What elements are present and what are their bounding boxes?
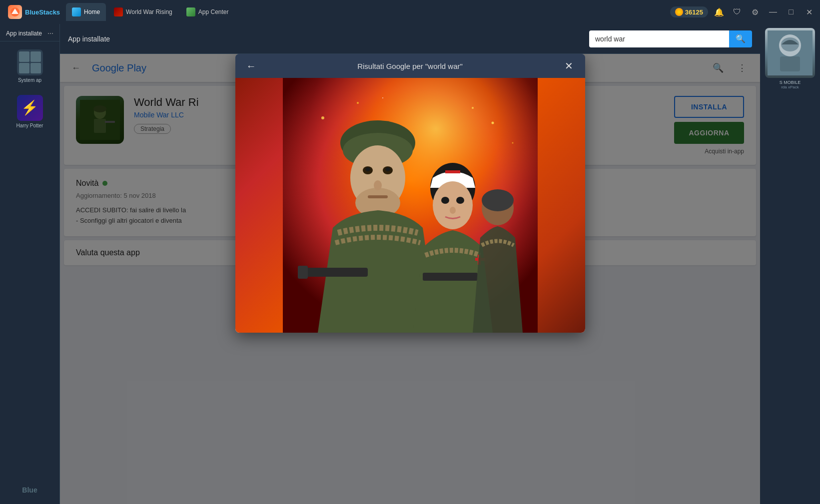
coins-display: 36125 bbox=[670, 6, 708, 17]
tab-home[interactable]: Home bbox=[66, 3, 106, 21]
sidebar: App installate ⋯ System ap ⚡ Harry Potte… bbox=[0, 24, 60, 504]
svg-rect-25 bbox=[368, 195, 388, 198]
svg-point-9 bbox=[321, 116, 324, 119]
content-area: App installate 🔍 ← Google Play 🔍 ⋮ bbox=[60, 24, 760, 504]
dialog-content bbox=[235, 78, 585, 333]
svg-point-31 bbox=[441, 197, 449, 204]
right-panel-label: S MOBILE bbox=[780, 80, 801, 85]
svg-point-38 bbox=[482, 189, 514, 211]
title-bar: BlueStacks Home World War Rising App Cen… bbox=[0, 0, 820, 24]
google-play-area: ← Google Play 🔍 ⋮ bbox=[60, 54, 760, 504]
pubg-graphic bbox=[765, 28, 815, 78]
minimize-button[interactable]: — bbox=[766, 5, 780, 19]
sidebar-item-systemap[interactable]: System ap bbox=[7, 45, 52, 87]
bluestacks-icon bbox=[8, 5, 22, 19]
dialog-close-button[interactable]: ✕ bbox=[561, 58, 577, 74]
right-panel-app[interactable] bbox=[765, 28, 815, 78]
shield-button[interactable]: 🛡 bbox=[730, 5, 744, 19]
sidebar-bottom: Blue bbox=[18, 482, 41, 498]
svg-point-12 bbox=[512, 142, 513, 144]
main-layout: App installate ⋯ System ap ⚡ Harry Potte… bbox=[0, 24, 820, 504]
right-panel-sublabel: rda xPack bbox=[781, 85, 799, 89]
svg-rect-41 bbox=[780, 56, 800, 71]
promo-image bbox=[235, 78, 585, 333]
svg-point-33 bbox=[450, 207, 456, 214]
tab-wwr-label: World War Rising bbox=[126, 8, 172, 15]
coins-value: 36125 bbox=[685, 8, 703, 16]
system-app-icon bbox=[17, 49, 43, 75]
svg-rect-36 bbox=[423, 273, 478, 281]
svg-point-24 bbox=[374, 180, 382, 190]
svg-point-22 bbox=[365, 167, 370, 171]
sidebar-more-icon[interactable]: ⋯ bbox=[47, 30, 53, 37]
bluestacks-watermark: Blue bbox=[18, 482, 41, 498]
tab-appcenter-label: App Center bbox=[198, 8, 229, 15]
svg-point-30 bbox=[433, 181, 473, 229]
search-input[interactable] bbox=[589, 30, 729, 47]
coin-icon bbox=[675, 8, 683, 16]
tab-appcenter[interactable]: App Center bbox=[180, 3, 235, 21]
svg-rect-27 bbox=[298, 266, 308, 279]
bluestacks-logo: BlueStacks bbox=[4, 5, 64, 19]
wwr-tab-icon bbox=[114, 7, 123, 16]
settings-button[interactable]: ⚙ bbox=[748, 5, 762, 19]
appcenter-tab-icon bbox=[186, 7, 195, 16]
dialog-header: ← Risultati Google per "world war" ✕ bbox=[235, 54, 585, 78]
svg-point-10 bbox=[357, 102, 359, 104]
title-bar-right: 36125 🔔 🛡 ⚙ — □ ✕ bbox=[670, 5, 816, 19]
installed-apps-label: App installate bbox=[6, 30, 42, 37]
sidebar-header: App installate ⋯ bbox=[0, 30, 59, 41]
svg-point-14 bbox=[472, 107, 474, 109]
topbar-installed-label: App installate bbox=[68, 35, 110, 43]
svg-point-13 bbox=[382, 97, 383, 98]
svg-rect-26 bbox=[303, 268, 368, 277]
tab-home-label: Home bbox=[84, 8, 100, 15]
search-bar-container: 🔍 bbox=[589, 30, 752, 47]
bluestacks-label: BlueStacks bbox=[25, 8, 60, 16]
overlay-backdrop: ← Risultati Google per "world war" ✕ bbox=[60, 54, 760, 504]
svg-point-32 bbox=[456, 197, 464, 204]
right-panel: S MOBILE rda xPack bbox=[760, 24, 820, 504]
bell-button[interactable]: 🔔 bbox=[712, 5, 726, 19]
tab-wwr[interactable]: World War Rising bbox=[108, 3, 178, 21]
maximize-button[interactable]: □ bbox=[784, 5, 798, 19]
hp-app-icon: ⚡ bbox=[17, 95, 43, 121]
sidebar-item-harrypotter[interactable]: ⚡ Harry Potter bbox=[7, 91, 52, 132]
dialog-back-button[interactable]: ← bbox=[243, 58, 259, 74]
hp-app-label: Harry Potter bbox=[16, 123, 43, 128]
dialog-box: ← Risultati Google per "world war" ✕ bbox=[235, 54, 585, 333]
dialog-title: Risultati Google per "world war" bbox=[357, 62, 463, 70]
system-app-label: System ap bbox=[18, 77, 41, 83]
window-close-button[interactable]: ✕ bbox=[802, 5, 816, 19]
content-topbar: App installate 🔍 bbox=[60, 24, 760, 54]
search-button[interactable]: 🔍 bbox=[729, 30, 752, 47]
svg-point-11 bbox=[491, 122, 494, 124]
svg-point-23 bbox=[385, 167, 390, 171]
home-tab-icon bbox=[72, 7, 81, 16]
svg-rect-29 bbox=[445, 170, 460, 173]
